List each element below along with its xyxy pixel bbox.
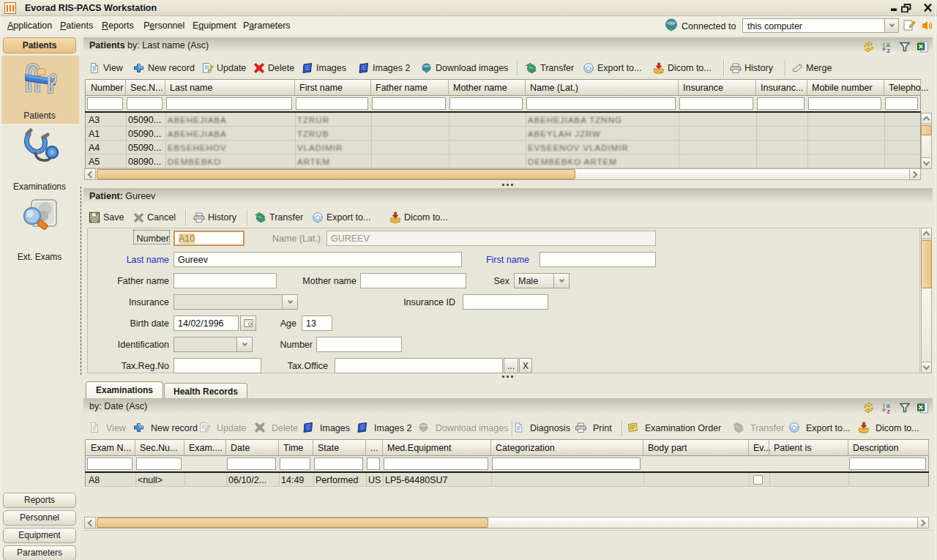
svg-text:z: z (887, 47, 891, 53)
svg-text:z: z (887, 408, 891, 414)
